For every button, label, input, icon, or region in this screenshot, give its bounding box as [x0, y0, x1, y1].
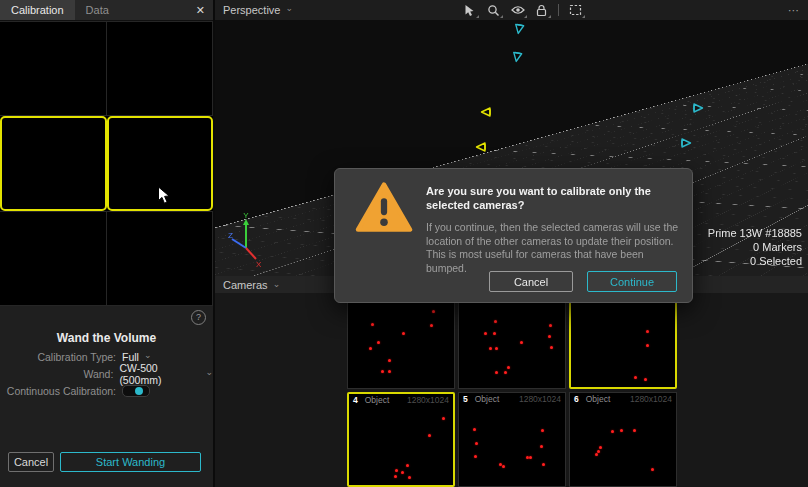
cameras-panel: 4Object1280x10245Object1280x10246Object1…	[215, 293, 808, 487]
camera-3d-marker[interactable]	[679, 136, 693, 150]
marker-dot	[484, 332, 487, 335]
camera-resolution: 1280x1024	[407, 395, 449, 405]
marker-dot	[442, 417, 445, 420]
marker-dot	[493, 332, 496, 335]
marker-dot	[504, 371, 507, 374]
tab-data[interactable]: Data	[75, 0, 120, 20]
camera-thumbnail-view	[459, 405, 565, 486]
continuous-calibration-row: Continuous Calibration:	[0, 383, 213, 398]
camera-preview-cell[interactable]	[0, 211, 107, 306]
start-wanding-button[interactable]: Start Wanding	[60, 452, 201, 472]
tab-calibration[interactable]: Calibration	[0, 0, 75, 20]
cameras-panel-title: Cameras	[215, 279, 280, 291]
camera-thumbnail-header: 4Object1280x1024	[349, 394, 453, 406]
marker-dot	[540, 445, 543, 448]
camera-thumbnail-view	[571, 296, 675, 377]
marker-dot	[474, 455, 477, 458]
camera-preview-grid	[0, 21, 213, 306]
camera-preview-cell[interactable]	[0, 21, 107, 116]
camera-preview-cell[interactable]	[0, 116, 107, 211]
camera-3d-marker[interactable]	[474, 140, 488, 154]
overflow-menu-icon[interactable]	[788, 0, 800, 20]
marker-dot	[408, 476, 411, 479]
section-title: Wand the Volume	[0, 331, 213, 345]
camera-preview-cell[interactable]	[107, 21, 214, 116]
marker-dot	[473, 428, 476, 431]
marker-dot	[495, 347, 498, 350]
help-icon[interactable]	[191, 310, 206, 325]
marker-dot	[402, 332, 405, 335]
wand-select[interactable]: CW-500 (500mm)	[119, 362, 213, 386]
calibrate-confirm-dialog: Are you sure you want to calibrate only …	[334, 168, 693, 303]
camera-3d-marker[interactable]	[511, 21, 527, 37]
marker-dot	[494, 320, 497, 323]
marker-dot	[489, 347, 492, 350]
camera-thumbnail[interactable]: 4Object1280x1024	[347, 392, 455, 487]
marquee-select-icon[interactable]	[568, 3, 583, 18]
svg-text:Y: Y	[243, 212, 249, 220]
camera-preview-cell[interactable]	[107, 211, 214, 306]
camera-3d-marker[interactable]	[691, 101, 705, 115]
marker-dot	[388, 370, 391, 373]
camera-thumbnail[interactable]	[569, 294, 677, 389]
camera-thumbnail-header: 5Object1280x1024	[459, 393, 565, 405]
marker-dot	[395, 469, 398, 472]
dialog-body: If you continue, then the selected camer…	[426, 221, 682, 275]
marker-dot	[646, 344, 649, 347]
close-icon[interactable]	[188, 0, 213, 20]
viewport-header: Perspective	[215, 0, 808, 21]
dialog-title: Are you sure you want to calibrate only …	[426, 184, 676, 212]
camera-thumbnail[interactable]	[347, 294, 455, 389]
camera-thumbnail-view	[459, 295, 565, 376]
marker-dot	[495, 371, 498, 374]
camera-3d-marker[interactable]	[509, 49, 525, 65]
marker-dot	[644, 378, 647, 381]
marker-dot	[633, 429, 636, 432]
zoom-tool-icon[interactable]	[486, 3, 501, 18]
marker-dot	[377, 341, 380, 344]
marker-dot	[520, 341, 523, 344]
marker-dot	[502, 465, 505, 468]
marker-dot	[550, 346, 553, 349]
dialog-cancel-button[interactable]: Cancel	[489, 271, 573, 292]
continuous-calibration-label: Continuous Calibration:	[0, 385, 122, 397]
continuous-calibration-toggle[interactable]	[122, 385, 150, 397]
panel-tabbar: Calibration Data	[0, 0, 213, 21]
calibration-type-label: Calibration Type:	[0, 351, 122, 363]
select-tool-icon[interactable]	[462, 3, 477, 18]
camera-thumbnail[interactable]	[458, 294, 566, 389]
cancel-button[interactable]: Cancel	[8, 452, 54, 472]
marker-dot	[388, 359, 391, 362]
marker-dot	[475, 442, 478, 445]
marker-dot	[394, 475, 397, 478]
marker-dot	[542, 463, 545, 466]
marker-dot	[549, 324, 552, 327]
marker-dot	[595, 453, 598, 456]
camera-thumbnail-view	[348, 295, 454, 376]
calibration-panel: Calibration Data Wand the Volume Calibra…	[0, 0, 215, 487]
camera-thumbnail[interactable]: 5Object1280x1024	[458, 392, 566, 487]
view-selector[interactable]: Perspective	[215, 4, 293, 16]
mouse-cursor-icon	[157, 186, 170, 205]
svg-text:X: X	[256, 260, 262, 268]
camera-number: 6	[574, 394, 579, 404]
dialog-continue-button[interactable]: Continue	[587, 271, 677, 292]
wand-label: Wand:	[0, 368, 119, 380]
marker-dot	[371, 323, 374, 326]
svg-text:Z: Z	[228, 231, 233, 240]
camera-thumbnail[interactable]: 6Object1280x1024	[569, 392, 677, 487]
motive-app-window: Calibration Data Wand the Volume Calibra…	[0, 0, 808, 487]
marker-dot	[620, 429, 623, 432]
marker-dot	[611, 430, 614, 433]
lock-icon[interactable]	[534, 3, 549, 18]
camera-thumbnail-header: 6Object1280x1024	[570, 393, 676, 405]
camera-mode-label: Object	[586, 394, 611, 404]
marker-dot	[599, 446, 602, 449]
marker-dot	[646, 330, 649, 333]
toolbar-separator	[558, 4, 559, 16]
camera-3d-marker[interactable]	[479, 105, 493, 119]
visibility-eye-icon[interactable]	[510, 3, 525, 18]
marker-dot	[541, 429, 544, 432]
marker-dot	[634, 376, 637, 379]
wand-row: Wand: CW-500 (500mm)	[0, 366, 213, 381]
